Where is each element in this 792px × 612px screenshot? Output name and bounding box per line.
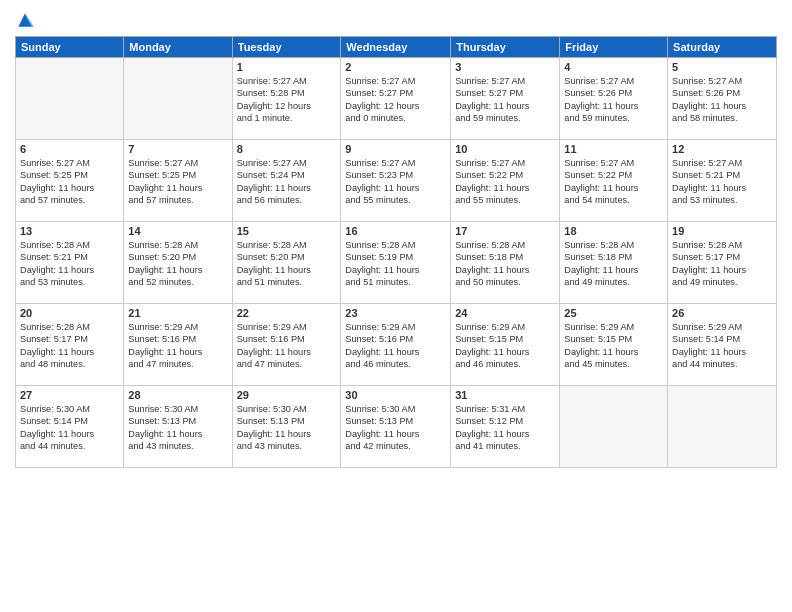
day-header-wednesday: Wednesday	[341, 37, 451, 58]
day-info: Sunrise: 5:27 AM Sunset: 5:28 PM Dayligh…	[237, 75, 337, 125]
calendar-cell: 13Sunrise: 5:28 AM Sunset: 5:21 PM Dayli…	[16, 222, 124, 304]
day-number: 7	[128, 143, 227, 155]
week-row-5: 27Sunrise: 5:30 AM Sunset: 5:14 PM Dayli…	[16, 386, 777, 468]
calendar-cell: 1Sunrise: 5:27 AM Sunset: 5:28 PM Daylig…	[232, 58, 341, 140]
day-number: 14	[128, 225, 227, 237]
calendar-cell: 26Sunrise: 5:29 AM Sunset: 5:14 PM Dayli…	[668, 304, 777, 386]
day-info: Sunrise: 5:30 AM Sunset: 5:14 PM Dayligh…	[20, 403, 119, 453]
logo	[15, 10, 39, 30]
day-number: 25	[564, 307, 663, 319]
calendar-cell: 24Sunrise: 5:29 AM Sunset: 5:15 PM Dayli…	[451, 304, 560, 386]
days-header-row: SundayMondayTuesdayWednesdayThursdayFrid…	[16, 37, 777, 58]
day-header-sunday: Sunday	[16, 37, 124, 58]
logo-icon	[15, 10, 35, 30]
calendar-cell: 5Sunrise: 5:27 AM Sunset: 5:26 PM Daylig…	[668, 58, 777, 140]
day-info: Sunrise: 5:30 AM Sunset: 5:13 PM Dayligh…	[237, 403, 337, 453]
day-number: 18	[564, 225, 663, 237]
calendar-cell: 27Sunrise: 5:30 AM Sunset: 5:14 PM Dayli…	[16, 386, 124, 468]
day-info: Sunrise: 5:29 AM Sunset: 5:15 PM Dayligh…	[564, 321, 663, 371]
day-number: 2	[345, 61, 446, 73]
calendar-cell: 19Sunrise: 5:28 AM Sunset: 5:17 PM Dayli…	[668, 222, 777, 304]
day-number: 20	[20, 307, 119, 319]
calendar-cell	[124, 58, 232, 140]
calendar-cell: 20Sunrise: 5:28 AM Sunset: 5:17 PM Dayli…	[16, 304, 124, 386]
day-number: 16	[345, 225, 446, 237]
day-header-monday: Monday	[124, 37, 232, 58]
day-header-tuesday: Tuesday	[232, 37, 341, 58]
day-info: Sunrise: 5:29 AM Sunset: 5:14 PM Dayligh…	[672, 321, 772, 371]
calendar-cell: 16Sunrise: 5:28 AM Sunset: 5:19 PM Dayli…	[341, 222, 451, 304]
calendar-cell: 3Sunrise: 5:27 AM Sunset: 5:27 PM Daylig…	[451, 58, 560, 140]
day-number: 29	[237, 389, 337, 401]
page: SundayMondayTuesdayWednesdayThursdayFrid…	[0, 0, 792, 612]
calendar-cell: 25Sunrise: 5:29 AM Sunset: 5:15 PM Dayli…	[560, 304, 668, 386]
calendar-cell: 10Sunrise: 5:27 AM Sunset: 5:22 PM Dayli…	[451, 140, 560, 222]
day-info: Sunrise: 5:27 AM Sunset: 5:21 PM Dayligh…	[672, 157, 772, 207]
calendar-cell: 14Sunrise: 5:28 AM Sunset: 5:20 PM Dayli…	[124, 222, 232, 304]
day-info: Sunrise: 5:27 AM Sunset: 5:25 PM Dayligh…	[128, 157, 227, 207]
week-row-1: 1Sunrise: 5:27 AM Sunset: 5:28 PM Daylig…	[16, 58, 777, 140]
day-number: 24	[455, 307, 555, 319]
day-header-friday: Friday	[560, 37, 668, 58]
calendar-cell: 21Sunrise: 5:29 AM Sunset: 5:16 PM Dayli…	[124, 304, 232, 386]
week-row-2: 6Sunrise: 5:27 AM Sunset: 5:25 PM Daylig…	[16, 140, 777, 222]
calendar-cell: 12Sunrise: 5:27 AM Sunset: 5:21 PM Dayli…	[668, 140, 777, 222]
day-info: Sunrise: 5:31 AM Sunset: 5:12 PM Dayligh…	[455, 403, 555, 453]
day-info: Sunrise: 5:27 AM Sunset: 5:22 PM Dayligh…	[455, 157, 555, 207]
day-number: 12	[672, 143, 772, 155]
calendar-cell: 7Sunrise: 5:27 AM Sunset: 5:25 PM Daylig…	[124, 140, 232, 222]
day-header-thursday: Thursday	[451, 37, 560, 58]
calendar-cell: 22Sunrise: 5:29 AM Sunset: 5:16 PM Dayli…	[232, 304, 341, 386]
day-number: 28	[128, 389, 227, 401]
day-info: Sunrise: 5:28 AM Sunset: 5:18 PM Dayligh…	[455, 239, 555, 289]
day-number: 17	[455, 225, 555, 237]
calendar-cell: 23Sunrise: 5:29 AM Sunset: 5:16 PM Dayli…	[341, 304, 451, 386]
day-info: Sunrise: 5:27 AM Sunset: 5:23 PM Dayligh…	[345, 157, 446, 207]
day-number: 4	[564, 61, 663, 73]
day-info: Sunrise: 5:30 AM Sunset: 5:13 PM Dayligh…	[345, 403, 446, 453]
day-info: Sunrise: 5:28 AM Sunset: 5:18 PM Dayligh…	[564, 239, 663, 289]
day-number: 10	[455, 143, 555, 155]
day-info: Sunrise: 5:27 AM Sunset: 5:24 PM Dayligh…	[237, 157, 337, 207]
calendar-cell: 4Sunrise: 5:27 AM Sunset: 5:26 PM Daylig…	[560, 58, 668, 140]
week-row-3: 13Sunrise: 5:28 AM Sunset: 5:21 PM Dayli…	[16, 222, 777, 304]
day-number: 26	[672, 307, 772, 319]
day-number: 11	[564, 143, 663, 155]
calendar-cell: 6Sunrise: 5:27 AM Sunset: 5:25 PM Daylig…	[16, 140, 124, 222]
day-info: Sunrise: 5:28 AM Sunset: 5:17 PM Dayligh…	[20, 321, 119, 371]
day-info: Sunrise: 5:28 AM Sunset: 5:17 PM Dayligh…	[672, 239, 772, 289]
day-info: Sunrise: 5:27 AM Sunset: 5:25 PM Dayligh…	[20, 157, 119, 207]
day-number: 31	[455, 389, 555, 401]
day-number: 27	[20, 389, 119, 401]
calendar-cell: 30Sunrise: 5:30 AM Sunset: 5:13 PM Dayli…	[341, 386, 451, 468]
day-number: 15	[237, 225, 337, 237]
calendar-cell: 18Sunrise: 5:28 AM Sunset: 5:18 PM Dayli…	[560, 222, 668, 304]
day-number: 8	[237, 143, 337, 155]
day-info: Sunrise: 5:28 AM Sunset: 5:19 PM Dayligh…	[345, 239, 446, 289]
calendar-cell: 29Sunrise: 5:30 AM Sunset: 5:13 PM Dayli…	[232, 386, 341, 468]
day-info: Sunrise: 5:28 AM Sunset: 5:20 PM Dayligh…	[128, 239, 227, 289]
day-info: Sunrise: 5:27 AM Sunset: 5:26 PM Dayligh…	[564, 75, 663, 125]
week-row-4: 20Sunrise: 5:28 AM Sunset: 5:17 PM Dayli…	[16, 304, 777, 386]
day-number: 9	[345, 143, 446, 155]
day-info: Sunrise: 5:27 AM Sunset: 5:27 PM Dayligh…	[455, 75, 555, 125]
day-info: Sunrise: 5:29 AM Sunset: 5:16 PM Dayligh…	[345, 321, 446, 371]
day-number: 1	[237, 61, 337, 73]
calendar-cell: 8Sunrise: 5:27 AM Sunset: 5:24 PM Daylig…	[232, 140, 341, 222]
calendar-cell	[560, 386, 668, 468]
day-number: 13	[20, 225, 119, 237]
day-info: Sunrise: 5:28 AM Sunset: 5:21 PM Dayligh…	[20, 239, 119, 289]
calendar-cell: 28Sunrise: 5:30 AM Sunset: 5:13 PM Dayli…	[124, 386, 232, 468]
calendar-cell: 2Sunrise: 5:27 AM Sunset: 5:27 PM Daylig…	[341, 58, 451, 140]
calendar-cell: 11Sunrise: 5:27 AM Sunset: 5:22 PM Dayli…	[560, 140, 668, 222]
day-number: 3	[455, 61, 555, 73]
header	[15, 10, 777, 30]
calendar-cell	[668, 386, 777, 468]
day-number: 6	[20, 143, 119, 155]
calendar-cell: 15Sunrise: 5:28 AM Sunset: 5:20 PM Dayli…	[232, 222, 341, 304]
day-info: Sunrise: 5:29 AM Sunset: 5:15 PM Dayligh…	[455, 321, 555, 371]
calendar-cell: 31Sunrise: 5:31 AM Sunset: 5:12 PM Dayli…	[451, 386, 560, 468]
calendar-table: SundayMondayTuesdayWednesdayThursdayFrid…	[15, 36, 777, 468]
calendar-cell	[16, 58, 124, 140]
day-info: Sunrise: 5:28 AM Sunset: 5:20 PM Dayligh…	[237, 239, 337, 289]
